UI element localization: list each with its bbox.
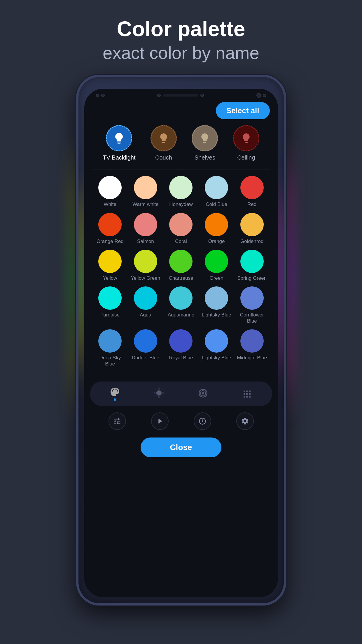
color-circle-cold-blue[interactable]: [205, 176, 228, 199]
color-item-aqua[interactable]: Aqua: [129, 286, 162, 324]
color-item-coral[interactable]: Coral: [165, 213, 197, 244]
color-item-orange-red[interactable]: Orange Red: [94, 213, 127, 244]
color-circle-lightsky-blue[interactable]: [205, 286, 228, 310]
color-circle-dodger-blue[interactable]: [134, 329, 157, 353]
color-circle-aquamarine[interactable]: [169, 286, 193, 310]
notch-dot-2: [200, 94, 204, 97]
color-circle-white[interactable]: [98, 176, 122, 199]
device-shelves[interactable]: Shelves: [192, 125, 218, 161]
color-circle-warm-white[interactable]: [134, 176, 157, 199]
device-label-couch: Couch: [155, 154, 172, 161]
color-item-honeydew[interactable]: Honeydew: [165, 176, 197, 207]
color-circle-turquise[interactable]: [98, 286, 122, 310]
color-item-chartreuse[interactable]: Chartreuse: [165, 250, 197, 281]
color-label-goldenrod: Goldenrod: [240, 239, 263, 244]
select-all-row: Select all: [92, 102, 270, 119]
color-label-aquamarine: Aquamarine: [168, 312, 195, 318]
phone-top-bar: [84, 89, 278, 99]
bottom-action-row: [90, 410, 272, 433]
device-label-tv: TV Backlight: [103, 154, 135, 161]
notch-dot: [157, 94, 161, 97]
device-label-shelves: Shelves: [195, 154, 215, 161]
color-circle-royal-blue[interactable]: [169, 329, 193, 353]
camera-left: [96, 94, 105, 97]
color-circle-orange[interactable]: [205, 213, 228, 236]
sliders-svg: [113, 417, 121, 425]
color-circle-salmon[interactable]: [134, 213, 157, 236]
color-item-royal-blue[interactable]: Royal Blue: [165, 329, 197, 367]
color-item-dodger-blue[interactable]: Dodger Blue: [129, 329, 162, 367]
color-item-red[interactable]: Red: [236, 176, 268, 207]
sliders-icon[interactable]: [109, 412, 126, 430]
color-item-orange[interactable]: Orange: [200, 213, 233, 244]
nav-effects-icon[interactable]: [198, 388, 208, 400]
color-circle-yellow-green[interactable]: [134, 250, 157, 273]
clock-icon[interactable]: [194, 412, 211, 430]
color-item-lightsky-blue[interactable]: Lightsky Blue: [200, 286, 233, 324]
color-item-yellow-green[interactable]: Yellow Green: [129, 250, 162, 281]
color-label-lightsky-blue: Lightsky Blue: [202, 355, 231, 361]
color-item-turquise[interactable]: Turquise: [94, 286, 127, 324]
color-item-cornflower-blue[interactable]: Cornflower Blue: [236, 286, 268, 324]
color-item-yellow[interactable]: Yellow: [94, 250, 127, 281]
header-section: Color palette exact color by name: [91, 0, 271, 72]
nav-color-icon[interactable]: [110, 387, 120, 401]
color-item-warm-white[interactable]: Warm white: [129, 176, 162, 207]
play-icon[interactable]: [151, 412, 169, 430]
color-circle-cornflower-blue[interactable]: [240, 286, 264, 310]
color-item-salmon[interactable]: Salmon: [129, 213, 162, 244]
page-title: Color palette: [103, 18, 259, 41]
color-item-lightsky-blue[interactable]: Lightsky Blue: [200, 329, 233, 367]
color-item-white[interactable]: White: [94, 176, 127, 207]
color-circle-chartreuse[interactable]: [169, 250, 193, 273]
color-circle-spring-green[interactable]: [240, 250, 264, 273]
device-couch[interactable]: Couch: [151, 125, 177, 161]
select-all-button[interactable]: Select all: [216, 102, 270, 119]
bulb-icon-ceiling: [240, 132, 252, 144]
color-label-chartreuse: Chartreuse: [169, 275, 193, 281]
device-circle-couch: [151, 125, 177, 151]
color-label-orange: Orange: [208, 239, 225, 244]
color-item-cold-blue[interactable]: Cold Blue: [200, 176, 233, 207]
color-circle-yellow[interactable]: [98, 250, 122, 273]
play-svg: [156, 417, 164, 425]
color-item-midnight-blue[interactable]: Midnight Blue: [236, 329, 268, 367]
notch-bar: [163, 94, 198, 97]
color-label-cold-blue: Cold Blue: [206, 202, 227, 207]
color-circle-deep-sky-blue[interactable]: [98, 329, 122, 353]
clock-svg: [198, 417, 207, 425]
front-camera: [256, 93, 261, 98]
color-item-spring-green[interactable]: Spring Green: [236, 250, 268, 281]
bulb-icon-shelves: [199, 132, 211, 144]
color-circle-aqua[interactable]: [134, 286, 157, 310]
notch-center: [157, 94, 204, 97]
camera-dot-2: [101, 94, 105, 97]
color-label-orange-red: Orange Red: [97, 239, 124, 244]
color-circle-midnight-blue[interactable]: [240, 329, 264, 353]
close-btn-row: Close: [90, 433, 272, 463]
color-item-green[interactable]: Green: [200, 250, 233, 281]
color-label-cornflower-blue: Cornflower Blue: [236, 312, 268, 324]
color-item-deep-sky-blue[interactable]: Deep Sky Blue: [94, 329, 127, 367]
color-item-aquamarine[interactable]: Aquamarine: [165, 286, 197, 324]
device-ceiling[interactable]: Ceiling: [233, 125, 259, 161]
device-tv-backlight[interactable]: TV Backlight: [103, 125, 135, 161]
color-circle-red[interactable]: [240, 176, 264, 199]
color-circle-lightsky-blue[interactable]: [205, 329, 228, 353]
bulb-icon-tv: [113, 132, 125, 145]
color-circle-coral[interactable]: [169, 213, 193, 236]
color-circle-goldenrod[interactable]: [240, 213, 264, 236]
color-circle-orange-red[interactable]: [98, 213, 122, 236]
nav-brightness-icon[interactable]: [154, 388, 164, 400]
color-item-goldenrod[interactable]: Goldenrod: [236, 213, 268, 244]
phone-frame: Select all TV Backlight: [76, 75, 286, 606]
color-circle-honeydew[interactable]: [169, 176, 193, 199]
color-label-white: White: [104, 202, 116, 207]
color-label-turquise: Turquise: [101, 312, 120, 318]
settings-icon[interactable]: [236, 412, 254, 430]
color-circle-green[interactable]: [205, 250, 228, 273]
nav-grid-icon[interactable]: [242, 388, 252, 400]
svg-point-2: [202, 392, 204, 394]
close-button[interactable]: Close: [141, 438, 221, 457]
phone-mockup: Select all TV Backlight: [76, 75, 286, 606]
